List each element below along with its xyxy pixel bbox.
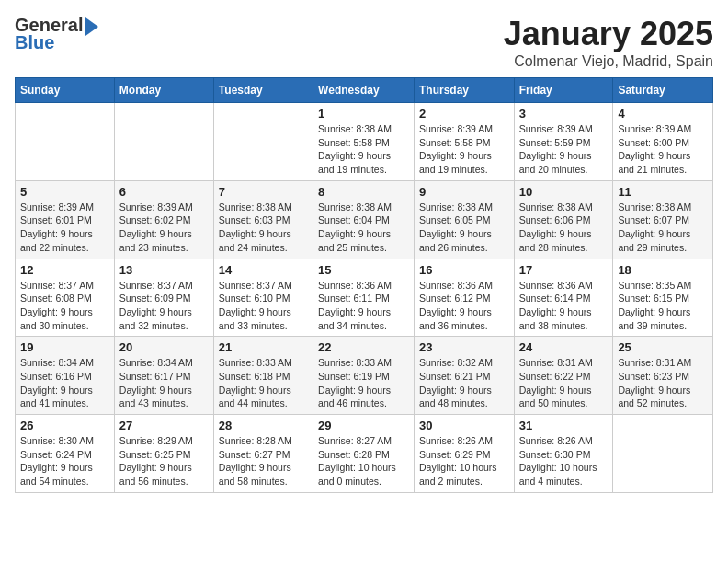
day-info: Sunrise: 8:26 AM Sunset: 6:30 PM Dayligh… [519, 434, 609, 488]
calendar-week-1: 1Sunrise: 8:38 AM Sunset: 5:58 PM Daylig… [16, 103, 713, 181]
calendar-cell: 5Sunrise: 8:39 AM Sunset: 6:01 PM Daylig… [16, 180, 115, 259]
day-header-friday: Friday [514, 78, 613, 103]
day-info: Sunrise: 8:37 AM Sunset: 6:10 PM Dayligh… [219, 279, 308, 333]
page-header: General Blue January 2025 Colmenar Viejo… [15, 15, 713, 70]
calendar-cell: 4Sunrise: 8:39 AM Sunset: 6:00 PM Daylig… [613, 103, 713, 181]
day-info: Sunrise: 8:26 AM Sunset: 6:29 PM Dayligh… [419, 434, 509, 488]
calendar-header-row: SundayMondayTuesdayWednesdayThursdayFrid… [16, 78, 713, 103]
day-info: Sunrise: 8:38 AM Sunset: 6:05 PM Dayligh… [419, 201, 509, 255]
calendar-cell: 26Sunrise: 8:30 AM Sunset: 6:24 PM Dayli… [16, 415, 115, 493]
calendar-cell: 30Sunrise: 8:26 AM Sunset: 6:29 PM Dayli… [414, 415, 514, 493]
calendar-cell: 12Sunrise: 8:37 AM Sunset: 6:08 PM Dayli… [16, 259, 115, 337]
day-info: Sunrise: 8:31 AM Sunset: 6:22 PM Dayligh… [519, 356, 609, 410]
day-info: Sunrise: 8:34 AM Sunset: 6:16 PM Dayligh… [20, 356, 109, 410]
calendar-cell: 27Sunrise: 8:29 AM Sunset: 6:25 PM Dayli… [114, 415, 213, 493]
day-info: Sunrise: 8:33 AM Sunset: 6:18 PM Dayligh… [219, 356, 308, 410]
day-info: Sunrise: 8:39 AM Sunset: 6:02 PM Dayligh… [119, 201, 209, 255]
title-area: January 2025 Colmenar Viejo, Madrid, Spa… [504, 15, 713, 70]
calendar-cell: 21Sunrise: 8:33 AM Sunset: 6:18 PM Dayli… [213, 337, 313, 415]
calendar-cell: 24Sunrise: 8:31 AM Sunset: 6:22 PM Dayli… [514, 337, 613, 415]
day-number: 15 [318, 263, 409, 277]
month-title: January 2025 [504, 15, 713, 53]
calendar-cell: 20Sunrise: 8:34 AM Sunset: 6:17 PM Dayli… [114, 337, 213, 415]
day-number: 16 [419, 263, 509, 277]
day-number: 26 [20, 419, 109, 432]
calendar-cell: 18Sunrise: 8:35 AM Sunset: 6:15 PM Dayli… [613, 259, 713, 337]
calendar-cell: 15Sunrise: 8:36 AM Sunset: 6:11 PM Dayli… [313, 259, 415, 337]
day-header-saturday: Saturday [613, 78, 713, 103]
calendar-cell: 1Sunrise: 8:38 AM Sunset: 5:58 PM Daylig… [313, 103, 415, 181]
day-number: 29 [318, 419, 409, 432]
day-info: Sunrise: 8:38 AM Sunset: 5:58 PM Dayligh… [318, 122, 409, 177]
day-number: 8 [318, 185, 409, 199]
calendar-cell: 3Sunrise: 8:39 AM Sunset: 5:59 PM Daylig… [514, 103, 613, 181]
day-header-wednesday: Wednesday [313, 78, 415, 103]
calendar-cell: 29Sunrise: 8:27 AM Sunset: 6:28 PM Dayli… [313, 415, 415, 493]
day-number: 20 [119, 340, 209, 354]
day-number: 7 [219, 185, 308, 199]
day-info: Sunrise: 8:39 AM Sunset: 5:58 PM Dayligh… [419, 122, 509, 177]
day-number: 27 [119, 419, 209, 432]
day-info: Sunrise: 8:27 AM Sunset: 6:28 PM Dayligh… [318, 434, 409, 488]
day-number: 23 [419, 340, 509, 354]
calendar-cell [213, 103, 313, 181]
day-info: Sunrise: 8:38 AM Sunset: 6:03 PM Dayligh… [219, 201, 308, 255]
day-info: Sunrise: 8:36 AM Sunset: 6:14 PM Dayligh… [519, 279, 609, 333]
calendar-cell: 13Sunrise: 8:37 AM Sunset: 6:09 PM Dayli… [114, 259, 213, 337]
day-info: Sunrise: 8:35 AM Sunset: 6:15 PM Dayligh… [618, 279, 708, 333]
day-number: 3 [519, 107, 609, 121]
calendar-cell: 16Sunrise: 8:36 AM Sunset: 6:12 PM Dayli… [414, 259, 514, 337]
day-info: Sunrise: 8:36 AM Sunset: 6:11 PM Dayligh… [318, 279, 409, 333]
day-header-monday: Monday [114, 78, 213, 103]
day-number: 28 [219, 419, 308, 432]
day-header-thursday: Thursday [414, 78, 514, 103]
day-number: 19 [20, 340, 109, 354]
calendar-cell: 10Sunrise: 8:38 AM Sunset: 6:06 PM Dayli… [514, 180, 613, 259]
day-number: 22 [318, 340, 409, 354]
calendar-week-2: 5Sunrise: 8:39 AM Sunset: 6:01 PM Daylig… [16, 180, 713, 259]
day-number: 2 [419, 107, 509, 121]
day-info: Sunrise: 8:36 AM Sunset: 6:12 PM Dayligh… [419, 279, 509, 333]
day-number: 14 [219, 263, 308, 277]
day-info: Sunrise: 8:38 AM Sunset: 6:06 PM Dayligh… [519, 201, 609, 255]
day-info: Sunrise: 8:32 AM Sunset: 6:21 PM Dayligh… [419, 356, 509, 410]
calendar-cell: 31Sunrise: 8:26 AM Sunset: 6:30 PM Dayli… [514, 415, 613, 493]
day-info: Sunrise: 8:39 AM Sunset: 5:59 PM Dayligh… [519, 122, 609, 177]
day-info: Sunrise: 8:39 AM Sunset: 6:00 PM Dayligh… [618, 122, 708, 177]
day-info: Sunrise: 8:34 AM Sunset: 6:17 PM Dayligh… [119, 356, 209, 410]
day-info: Sunrise: 8:38 AM Sunset: 6:04 PM Dayligh… [318, 201, 409, 255]
day-number: 9 [419, 185, 509, 199]
calendar-cell: 25Sunrise: 8:31 AM Sunset: 6:23 PM Dayli… [613, 337, 713, 415]
day-number: 31 [519, 419, 609, 432]
day-number: 13 [119, 263, 209, 277]
day-number: 6 [119, 185, 209, 199]
day-number: 17 [519, 263, 609, 277]
day-number: 1 [318, 107, 409, 121]
calendar-cell: 14Sunrise: 8:37 AM Sunset: 6:10 PM Dayli… [213, 259, 313, 337]
day-number: 30 [419, 419, 509, 432]
calendar-cell: 8Sunrise: 8:38 AM Sunset: 6:04 PM Daylig… [313, 180, 415, 259]
calendar-cell: 9Sunrise: 8:38 AM Sunset: 6:05 PM Daylig… [414, 180, 514, 259]
location-title: Colmenar Viejo, Madrid, Spain [504, 53, 713, 70]
day-number: 5 [20, 185, 109, 199]
calendar-cell [114, 103, 213, 181]
day-number: 24 [519, 340, 609, 354]
calendar-table: SundayMondayTuesdayWednesdayThursdayFrid… [15, 77, 713, 493]
day-number: 12 [20, 263, 109, 277]
day-number: 21 [219, 340, 308, 354]
day-info: Sunrise: 8:39 AM Sunset: 6:01 PM Dayligh… [20, 201, 109, 255]
calendar-week-4: 19Sunrise: 8:34 AM Sunset: 6:16 PM Dayli… [16, 337, 713, 415]
calendar-cell [613, 415, 713, 493]
calendar-cell: 17Sunrise: 8:36 AM Sunset: 6:14 PM Dayli… [514, 259, 613, 337]
calendar-cell: 22Sunrise: 8:33 AM Sunset: 6:19 PM Dayli… [313, 337, 415, 415]
logo-arrow-icon [85, 17, 98, 36]
day-info: Sunrise: 8:37 AM Sunset: 6:09 PM Dayligh… [119, 279, 209, 333]
calendar-cell: 6Sunrise: 8:39 AM Sunset: 6:02 PM Daylig… [114, 180, 213, 259]
day-info: Sunrise: 8:37 AM Sunset: 6:08 PM Dayligh… [20, 279, 109, 333]
day-header-tuesday: Tuesday [213, 78, 313, 103]
logo-blue-text: Blue [15, 32, 54, 53]
day-number: 11 [618, 185, 708, 199]
day-header-sunday: Sunday [16, 78, 115, 103]
calendar-week-3: 12Sunrise: 8:37 AM Sunset: 6:08 PM Dayli… [16, 259, 713, 337]
calendar-cell: 7Sunrise: 8:38 AM Sunset: 6:03 PM Daylig… [213, 180, 313, 259]
